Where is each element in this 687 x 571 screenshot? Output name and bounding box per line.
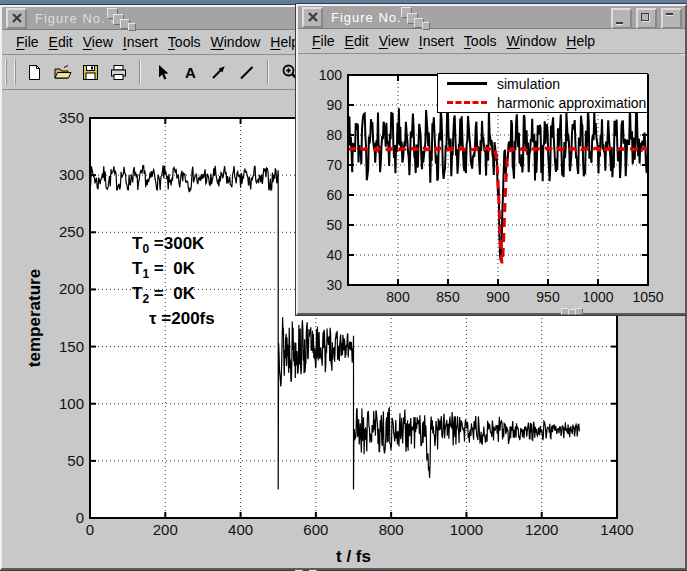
y-axis-label: temperature <box>25 269 44 367</box>
x-tick-label: 1050 <box>632 289 663 305</box>
y-tick-label: 100 <box>319 67 343 83</box>
close-icon <box>308 12 318 22</box>
x-tick-label: 800 <box>386 289 410 305</box>
annotation-line: τ =200fs <box>149 309 215 334</box>
menu-item-edit[interactable]: Edit <box>49 34 73 50</box>
x-tick-label: 1200 <box>525 521 558 538</box>
x-tick-label: 950 <box>536 289 560 305</box>
menu-item-view[interactable]: View <box>379 33 409 49</box>
menu-item-tools[interactable]: Tools <box>168 34 201 50</box>
maximize-icon <box>641 13 649 21</box>
legend-label: simulation <box>497 76 560 92</box>
menu-item-tools[interactable]: Tools <box>464 33 497 49</box>
legend-entry: harmonic approximation <box>438 94 647 111</box>
close-icon <box>12 13 22 23</box>
y-tick-label: 250 <box>59 223 84 240</box>
print-figure-icon <box>109 64 128 81</box>
y-tick-label: 60 <box>326 187 342 203</box>
annotation-line: T2 = 0K <box>132 284 215 309</box>
open-file-icon <box>53 64 72 81</box>
add-arrow-icon <box>210 64 227 81</box>
y-tick-label: 50 <box>67 452 84 469</box>
add-line-icon <box>238 64 255 81</box>
menu-item-insert[interactable]: Insert <box>123 34 158 50</box>
shade-button[interactable] <box>661 8 682 29</box>
menu-item-help[interactable]: Help <box>566 33 595 49</box>
new-figure-icon <box>26 64 43 81</box>
print-figure-button[interactable] <box>105 59 131 85</box>
x-tick-label: 200 <box>153 521 178 538</box>
add-arrow-button[interactable] <box>205 59 231 85</box>
menu-item-insert[interactable]: Insert <box>419 33 454 49</box>
minimize-button[interactable] <box>611 8 632 29</box>
annotation-line: T1 = 0K <box>132 259 215 284</box>
figure-2-plot-canvas: 8008509009501000105030405060708090100 si… <box>298 54 681 311</box>
legend-line-sample <box>447 101 487 104</box>
y-tick-label: 80 <box>326 127 342 143</box>
menubar-figure-2: FileEditViewInsertToolsWindowHelp <box>298 29 685 54</box>
save-figure-button[interactable] <box>77 59 103 85</box>
minimize-icon <box>616 22 623 24</box>
menu-item-edit[interactable]: Edit <box>345 33 369 49</box>
svg-text:A: A <box>185 64 196 81</box>
titlebar-buttons <box>611 8 682 29</box>
x-tick-label: 0 <box>86 521 94 538</box>
maximize-button[interactable] <box>636 8 657 29</box>
window-figure-2: Figure No. 2 FileEditViewInsertToolsWind… <box>296 4 687 315</box>
y-tick-label: 70 <box>326 157 342 173</box>
y-tick-label: 300 <box>59 166 84 183</box>
x-tick-label: 900 <box>486 289 510 305</box>
close-button[interactable] <box>6 8 27 29</box>
close-button[interactable] <box>302 7 323 28</box>
y-tick-label: 350 <box>59 109 84 126</box>
add-text-icon: A <box>182 64 199 81</box>
open-file-button[interactable] <box>49 59 75 85</box>
x-tick-label: 600 <box>303 521 328 538</box>
add-line-button[interactable] <box>233 59 259 85</box>
x-tick-label: 1000 <box>450 521 483 538</box>
x-tick-label: 850 <box>436 289 460 305</box>
toolbar-separator <box>267 59 269 85</box>
y-tick-label: 40 <box>326 247 342 263</box>
menu-item-help[interactable]: Help <box>270 34 299 50</box>
pointer-button[interactable] <box>149 59 175 85</box>
menu-item-file[interactable]: File <box>312 33 335 49</box>
x-tick-label: 1400 <box>600 521 633 538</box>
x-tick-label: 1000 <box>582 289 613 305</box>
toolbar-separator <box>139 59 141 85</box>
toolbar-grip[interactable] <box>5 59 16 85</box>
legend: simulationharmonic approximation <box>437 73 648 113</box>
y-tick-label: 100 <box>59 395 84 412</box>
menu-item-window[interactable]: Window <box>507 33 557 49</box>
y-tick-label: 0 <box>76 509 84 526</box>
pointer-icon <box>154 64 171 81</box>
x-tick-label: 800 <box>379 521 404 538</box>
shade-icon <box>666 13 673 15</box>
legend-line-sample <box>447 82 487 85</box>
window-title: Figure No. 3 <box>35 11 119 26</box>
legend-label: harmonic approximation <box>497 95 646 111</box>
x-axis-label: t / fs <box>336 547 371 566</box>
menu-item-view[interactable]: View <box>83 34 113 50</box>
y-tick-label: 90 <box>326 97 342 113</box>
legend-entry: simulation <box>438 75 647 92</box>
y-tick-label: 200 <box>59 280 84 297</box>
add-text-button[interactable]: A <box>177 59 203 85</box>
titlebar-figure-2[interactable]: Figure No. 2 <box>298 6 685 29</box>
annotation-line: T0 =300K <box>132 234 215 259</box>
menu-item-window[interactable]: Window <box>211 34 261 50</box>
x-tick-label: 400 <box>228 521 253 538</box>
menu-item-file[interactable]: File <box>16 34 39 50</box>
y-tick-label: 150 <box>59 338 84 355</box>
new-figure-button[interactable] <box>21 59 47 85</box>
y-tick-label: 30 <box>326 277 342 293</box>
figure-3-annotations: T0 =300KT1 = 0KT2 = 0Kτ =200fs <box>132 234 215 334</box>
y-tick-label: 50 <box>326 217 342 233</box>
save-figure-icon <box>82 64 99 81</box>
